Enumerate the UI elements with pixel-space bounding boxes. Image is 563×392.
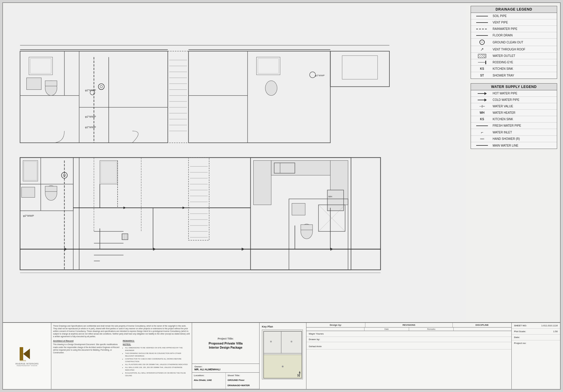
water-row-inlet: ⌐ WATER INLET bbox=[471, 129, 557, 136]
svg-rect-116 bbox=[20, 347, 23, 360]
svg-rect-120 bbox=[264, 331, 281, 353]
svg-marker-64 bbox=[123, 207, 126, 209]
drawn-by-row: Drawn by: bbox=[306, 337, 511, 342]
svg-rect-50 bbox=[24, 161, 37, 180]
water-supply-legend: WATER SUPPLY LEGEND HOT WATER PIPE COLD … bbox=[471, 83, 557, 149]
title-block: INVERSE INVERSE INTERIORS INDEPENDANT VI… bbox=[3, 322, 560, 389]
sheet-no-value: 1-011.010.1116 bbox=[541, 324, 558, 327]
svg-rect-31 bbox=[168, 51, 189, 143]
project-name: Proposed Private Villa bbox=[194, 341, 257, 346]
drainage-legend-title: DRAINAGE LEGEND bbox=[471, 6, 557, 13]
discipline-header: DISCIPLINE bbox=[453, 323, 511, 327]
st-icon: ST bbox=[480, 74, 484, 77]
water-valve-label: WATER VALUE bbox=[493, 105, 513, 108]
water-heater-label: WATER HEATER bbox=[493, 111, 515, 114]
hot-water-label: HOT WATER PIPE bbox=[493, 92, 517, 95]
svg-rect-53 bbox=[45, 186, 57, 191]
project-package: Interior Design Package bbox=[194, 346, 257, 349]
rodding-eye-icon bbox=[478, 61, 486, 64]
svg-rect-5 bbox=[29, 57, 53, 75]
svg-text:INVERSE: INVERSE bbox=[20, 360, 26, 362]
svg-text:φ2"WWP: φ2"WWP bbox=[85, 115, 96, 118]
main-water-icon bbox=[476, 145, 488, 146]
architect-of-record-title: Architect of Record bbox=[53, 340, 121, 342]
architect-description: This drawing is a Design Development Doc… bbox=[53, 343, 121, 354]
drainage-row-ks: KS KITCHEN SINK bbox=[471, 66, 557, 72]
revisions-header: Design by: REVISIONS DISCIPLINE bbox=[306, 323, 511, 327]
water-row-valve: ⊣⊢ WATER VALUE bbox=[471, 103, 557, 110]
design-by-header: Design by: bbox=[306, 323, 365, 327]
rodding-eye-label: RODDING EYE bbox=[493, 61, 513, 64]
drainage-legend: DRAINAGE LEGEND SOIL PIPE VENT PIPE RAIN… bbox=[471, 6, 557, 79]
water-inlet-icon: ⌐ bbox=[481, 130, 483, 135]
keyplan-map: N bbox=[262, 330, 303, 379]
svg-marker-102 bbox=[330, 248, 333, 251]
wh-icon: WH bbox=[480, 111, 485, 114]
project-title-section: Project Title: Proposed Private Villa In… bbox=[192, 323, 259, 364]
notes-title: NOTES: bbox=[123, 343, 190, 346]
fresh-water-icon bbox=[476, 125, 488, 126]
sheet-title-part: Sheet Title: GROUND Floor DRAINAGE+WATER bbox=[226, 373, 259, 389]
sheet-number-area: SHEET NO: 1-011.010.1116 Plot Scale: 1:5… bbox=[512, 323, 560, 389]
revisions-header-label: REVISIONS bbox=[365, 323, 453, 327]
firm-logo-svg: INVERSE bbox=[18, 346, 36, 362]
sheet-title-value: GROUND Floor DRAINAGE+WATER bbox=[228, 379, 250, 387]
remarks-col: Remarks bbox=[409, 327, 454, 331]
keyplan-area: Key Plan bbox=[260, 323, 306, 389]
svg-rect-51 bbox=[21, 187, 35, 197]
drainage-row-rodding-eye: RODDING EYE bbox=[471, 59, 557, 66]
main-water-label: MAIN WATER LINE bbox=[493, 144, 518, 147]
keyplan-svg: N bbox=[262, 330, 303, 379]
drainage-row-st: ST SHOWER TRAY bbox=[471, 72, 557, 79]
owner-section: Owner: MR. ALI ALMENHALI bbox=[192, 364, 259, 373]
drawing-sheet: φ2"WWP φ2"WWP φ2"WWP bbox=[2, 2, 561, 390]
ks-water-label: KITCHEN SINK bbox=[493, 118, 513, 121]
svg-point-23 bbox=[265, 81, 277, 95]
location-value: Abu Dhabi, UAE bbox=[194, 379, 212, 381]
plot-scale-row: Plot Scale: 1:50 bbox=[512, 329, 560, 335]
firm-logo-area: INVERSE INVERSE INTERIORS INDEPENDANT VI… bbox=[3, 323, 51, 389]
svg-text:φ2"WWP: φ2"WWP bbox=[23, 214, 34, 217]
vent-pipe-label: VENT PIPE bbox=[493, 21, 508, 24]
drawn-by-label: Drawn by: bbox=[309, 338, 320, 341]
copyright-notes-area: These Drawings and Specifications are co… bbox=[51, 323, 192, 389]
water-row-hand-shower: ≈≈≈ HAND SHOWER (R) bbox=[471, 136, 557, 142]
fresh-water-label: FRESH WATER PIPE bbox=[493, 124, 521, 127]
water-row-main-line: MAIN WATER LINE bbox=[471, 142, 557, 149]
sheet-title-label: Sheet Title: bbox=[228, 374, 257, 377]
designer-name: Mayer Younes bbox=[309, 332, 509, 335]
drainage-row-vent: VENT PIPE bbox=[471, 19, 557, 26]
date-label: Date: bbox=[514, 336, 520, 339]
rainwater-pipe-label: RAINWATER PIPE bbox=[493, 27, 517, 30]
project-title-area: Project Title: Proposed Private Villa In… bbox=[192, 323, 260, 389]
svg-rect-18 bbox=[189, 51, 330, 143]
hand-shower-icon: ≈≈≈ bbox=[480, 137, 484, 140]
water-row-hot: HOT WATER PIPE bbox=[471, 90, 557, 97]
drainage-row-floor-drain: FLOOR DRAIN bbox=[471, 32, 557, 39]
date-row: Date: bbox=[512, 335, 560, 340]
notes-list: ALL DIMENSIONS TO BE VERIFIED ON SITE AN… bbox=[123, 347, 190, 377]
svg-point-24 bbox=[310, 72, 316, 78]
cold-water-icon bbox=[478, 100, 486, 100]
ks-water-icon: KS bbox=[480, 118, 484, 121]
cold-water-label: COLD WATER PIPE bbox=[493, 98, 519, 101]
firm-name: INVERSE INTERIORS bbox=[15, 363, 38, 365]
water-row-ks: KS KITCHEN SINK bbox=[471, 116, 557, 123]
firm-tagline: INDEPENDANT VISION bbox=[17, 365, 37, 366]
date-col: Date bbox=[364, 327, 409, 331]
svg-marker-65 bbox=[183, 207, 185, 209]
water-supply-legend-title: WATER SUPPLY LEGEND bbox=[471, 84, 557, 90]
drainage-row-vent-roof: ↗ VENT THROUGH ROOF bbox=[471, 46, 557, 53]
water-row-fresh: FRESH WATER PIPE bbox=[471, 123, 557, 129]
st-label: SHOWER TRAY bbox=[493, 74, 514, 77]
ks-drain-label: KITCHEN SINK bbox=[493, 67, 513, 70]
svg-rect-69 bbox=[253, 160, 271, 205]
drawn-by-value-row: Gehad Amin bbox=[306, 342, 511, 349]
water-valve-icon: ⊣⊢ bbox=[479, 104, 485, 108]
svg-text:φ2"WWP: φ2"WWP bbox=[315, 74, 325, 77]
svg-point-16 bbox=[100, 85, 102, 88]
ground-clean-out-icon: + bbox=[479, 40, 485, 45]
floor-plan-svg: φ2"WWP φ2"WWP φ2"WWP bbox=[5, 5, 466, 322]
ground-clean-out-label: GROUND CLEAN OUT bbox=[493, 41, 523, 44]
keyplan-title: Key Plan bbox=[262, 325, 304, 328]
